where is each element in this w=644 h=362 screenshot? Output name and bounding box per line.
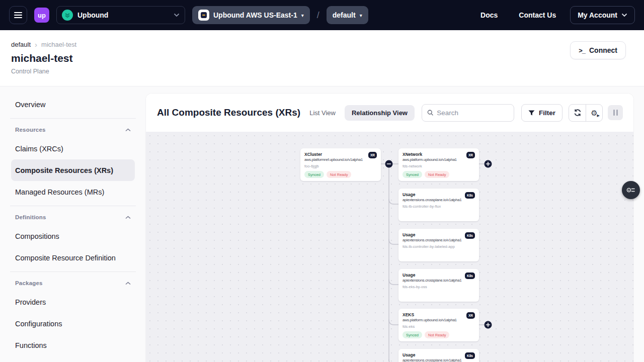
toolbar: All Composite Resources (XRs) List View …	[146, 94, 633, 132]
sidebar-section-resources[interactable]: Resources	[11, 122, 135, 138]
page-header: default › michael-test michael-test Cont…	[0, 30, 644, 86]
sidebar-divider	[10, 272, 136, 272]
hamburger-icon	[14, 12, 22, 13]
graph-node-xcluster[interactable]: XCluster aws.platformref.upbound.io/v1al…	[300, 148, 381, 181]
node-status-row: Synced Not Ready	[403, 331, 449, 338]
sidebar-divider	[10, 118, 136, 119]
sidebar-item-compositions[interactable]: Compositions	[11, 225, 135, 247]
relationship-view-tab[interactable]: Relationship View	[345, 105, 415, 121]
node-status-row: Synced Not Ready	[304, 171, 351, 178]
sidebar-item-overview[interactable]: Overview	[11, 94, 135, 115]
connect-button-label: Connect	[589, 46, 617, 54]
refresh-button[interactable]	[569, 105, 586, 121]
node-name: fds-eks-by-oss	[403, 285, 462, 289]
not-ready-badge: Not Ready	[425, 331, 449, 338]
node-title: Usage	[403, 352, 462, 357]
play-icon: ▶	[597, 114, 600, 118]
chevron-up-icon	[125, 282, 131, 285]
not-ready-badge: Not Ready	[327, 171, 351, 178]
hamburger-menu-button[interactable]	[9, 6, 27, 24]
node-kind-badge: K8s	[465, 273, 475, 279]
synced-badge: Synced	[403, 171, 422, 178]
breadcrumb-current: michael-test	[41, 41, 76, 48]
node-api-version: aws.platform.upbound.io/v1alpha1	[403, 157, 464, 162]
sidebar-section-definitions[interactable]: Definitions	[11, 209, 135, 225]
caret-down-icon: ▾	[301, 13, 304, 18]
sidebar-item-composite-resources[interactable]: Composite Resources (XRs)	[11, 159, 135, 181]
org-avatar-icon	[62, 10, 73, 21]
upbound-logo[interactable]: up	[34, 8, 49, 23]
node-name: fds-eks	[403, 324, 464, 329]
legend-button[interactable]	[622, 181, 640, 199]
control-plane-icon	[198, 10, 209, 21]
search-box	[422, 104, 514, 122]
filter-button[interactable]: Filter	[521, 104, 562, 122]
caret-down-icon: ▾	[360, 13, 362, 18]
node-kind-badge: XR	[466, 312, 475, 319]
sidebar-section-packages[interactable]: Packages	[11, 275, 135, 291]
control-plane-switcher-label: Upbound AWS US-East-1	[213, 11, 297, 19]
synced-badge: Synced	[304, 171, 324, 178]
group-switcher-label: default	[333, 11, 356, 19]
pause-button[interactable]	[608, 105, 623, 120]
chevron-down-icon	[174, 13, 180, 17]
node-kind-badge: XR	[466, 152, 475, 158]
chevron-up-icon	[125, 216, 131, 219]
org-switcher-label: Upbound	[77, 11, 169, 19]
chevron-up-icon	[125, 128, 131, 132]
breadcrumb-root-link[interactable]: default	[11, 41, 31, 48]
page-title: michael-test	[11, 52, 626, 64]
node-name: fds-lb-controller-by-flux	[403, 204, 462, 209]
graph-node-xeks[interactable]: XEKS aws.platform.upbound.io/v1alpha1 fd…	[398, 309, 479, 341]
node-api-version: apiextensions.crossplane.io/v1alpha1	[403, 358, 462, 362]
sidebar-item-claims[interactable]: Claims (XRCs)	[11, 138, 135, 159]
run-operations-button[interactable]: ⚙ ▶	[586, 105, 602, 121]
not-ready-badge: Not Ready	[425, 171, 449, 178]
node-api-version: apiextensions.crossplane.io/v1alpha1	[403, 278, 462, 283]
my-account-menu[interactable]: My Account	[570, 6, 635, 24]
node-status-row: Synced Not Ready	[403, 171, 449, 178]
sidebar-item-managed-resources[interactable]: Managed Resources (MRs)	[11, 181, 135, 203]
node-title: Usage	[403, 232, 462, 237]
search-input[interactable]	[437, 109, 509, 117]
connect-button[interactable]: >_ Connect	[570, 41, 626, 59]
main-panel: All Composite Resources (XRs) List View …	[146, 94, 633, 362]
relationship-graph[interactable]: XCluster aws.platformref.upbound.io/v1al…	[146, 132, 633, 362]
breadcrumb-chevron-icon: ›	[35, 40, 37, 49]
sidebar-divider	[10, 206, 136, 206]
collapse-node-button[interactable]	[385, 160, 393, 168]
sidebar-item-functions[interactable]: Functions	[11, 334, 135, 356]
view-toggle: List View Relationship View	[302, 105, 415, 121]
graph-node-usage[interactable]: Usage apiextensions.crossplane.io/v1alph…	[398, 189, 479, 221]
sidebar-item-providers[interactable]: Providers	[11, 291, 135, 313]
expand-node-button[interactable]	[485, 160, 492, 168]
sidebar-item-configurations[interactable]: Configurations	[11, 313, 135, 334]
node-title: Usage	[403, 273, 462, 278]
expand-node-button[interactable]	[485, 321, 492, 329]
group-switcher[interactable]: default ▾	[327, 6, 368, 24]
graph-node-usage[interactable]: Usage apiextensions.crossplane.io/v1alph…	[398, 269, 479, 302]
contact-us-link[interactable]: Contact Us	[519, 11, 556, 19]
pause-icon	[613, 110, 615, 116]
node-name: fds-network	[403, 164, 464, 168]
page-subtitle: Control Plane	[11, 68, 626, 75]
node-kind-badge: K8s	[465, 352, 475, 359]
organization-switcher[interactable]: Upbound	[56, 6, 185, 24]
terminal-icon: >_	[579, 47, 585, 54]
legend-icon	[626, 187, 635, 194]
node-api-version: aws.platformref.upbound.io/v1alpha1	[304, 157, 366, 162]
node-api-version: aws.platform.upbound.io/v1alpha1	[403, 318, 464, 322]
node-name: foo-6jgjb	[304, 164, 366, 168]
list-view-tab[interactable]: List View	[302, 105, 343, 121]
search-icon	[427, 109, 433, 116]
node-title: Usage	[403, 192, 462, 197]
synced-badge: Synced	[403, 331, 422, 338]
graph-node-usage[interactable]: Usage apiextensions.crossplane.io/v1alph…	[398, 349, 479, 362]
graph-node-xnetwork[interactable]: XNetwork aws.platform.upbound.io/v1alpha…	[398, 148, 479, 181]
sidebar-item-composite-resource-definition[interactable]: Composite Resource Definition	[11, 247, 135, 268]
docs-link[interactable]: Docs	[480, 11, 498, 19]
top-navbar: up Upbound Upbound AWS US-East-1 ▾ / def…	[0, 0, 644, 30]
node-api-version: apiextensions.crossplane.io/v1alpha1	[403, 238, 462, 242]
graph-node-usage[interactable]: Usage apiextensions.crossplane.io/v1alph…	[398, 229, 479, 261]
control-plane-switcher[interactable]: Upbound AWS US-East-1 ▾	[192, 6, 310, 24]
